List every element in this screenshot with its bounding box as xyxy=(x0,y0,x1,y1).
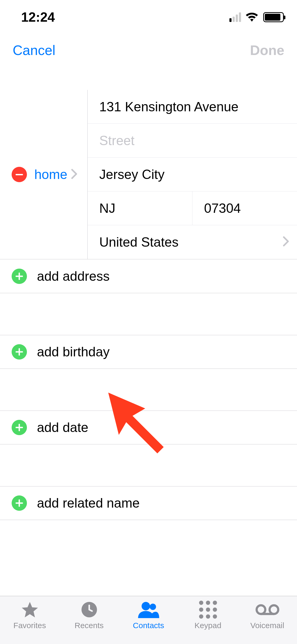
cellular-signal-icon xyxy=(229,12,241,22)
wifi-icon xyxy=(245,10,258,25)
chevron-right-icon xyxy=(71,169,77,180)
plus-icon xyxy=(12,420,27,435)
tab-contacts-label: Contacts xyxy=(133,621,164,630)
add-date-label: add date xyxy=(37,420,88,435)
address-type-selector[interactable]: home xyxy=(0,90,88,259)
chevron-right-icon xyxy=(283,234,289,250)
country-label: United States xyxy=(99,234,178,250)
cancel-button[interactable]: Cancel xyxy=(13,42,55,58)
star-icon xyxy=(21,600,39,619)
status-time: 12:24 xyxy=(21,10,55,25)
tab-voicemail[interactable]: Voicemail xyxy=(238,600,297,630)
plus-icon xyxy=(12,269,27,284)
zip-field[interactable]: 07304 xyxy=(192,191,297,225)
svg-point-4 xyxy=(257,605,265,614)
tab-recents-label: Recents xyxy=(74,621,103,630)
plus-icon xyxy=(12,344,27,360)
address-type-label: home xyxy=(34,167,67,182)
keypad-icon xyxy=(199,600,217,619)
tab-keypad-label: Keypad xyxy=(195,621,221,630)
add-address-row[interactable]: add address xyxy=(0,259,297,293)
add-date-row[interactable]: add date xyxy=(0,411,297,444)
address-entry: home 131 Kensington Avenue Street Jersey… xyxy=(0,90,297,259)
contacts-icon xyxy=(138,600,159,619)
country-selector[interactable]: United States xyxy=(88,225,297,259)
street2-field[interactable]: Street xyxy=(88,124,297,158)
battery-icon xyxy=(263,12,284,22)
street1-field[interactable]: 131 Kensington Avenue xyxy=(88,90,297,124)
tab-keypad[interactable]: Keypad xyxy=(178,600,238,630)
nav-bar: Cancel Done xyxy=(0,34,297,74)
tab-bar: Favorites Recents Contacts Keypad Voicem… xyxy=(0,596,297,644)
tab-recents[interactable]: Recents xyxy=(59,600,119,630)
clock-icon xyxy=(81,600,98,619)
add-related-name-row[interactable]: add related name xyxy=(0,486,297,520)
tab-favorites[interactable]: Favorites xyxy=(0,600,59,630)
tab-voicemail-label: Voicemail xyxy=(250,621,284,630)
add-related-label: add related name xyxy=(37,495,140,511)
remove-address-button[interactable] xyxy=(12,167,27,182)
svg-point-5 xyxy=(270,605,278,614)
tab-favorites-label: Favorites xyxy=(13,621,46,630)
status-indicators xyxy=(229,10,284,25)
city-field[interactable]: Jersey City xyxy=(88,158,297,191)
svg-point-2 xyxy=(142,602,150,610)
status-bar: 12:24 xyxy=(0,0,297,34)
voicemail-icon xyxy=(256,600,279,619)
add-birthday-row[interactable]: add birthday xyxy=(0,335,297,369)
svg-point-3 xyxy=(150,604,156,610)
tab-contacts[interactable]: Contacts xyxy=(119,600,178,630)
plus-icon xyxy=(12,495,27,511)
state-field[interactable]: NJ xyxy=(88,191,192,225)
done-button[interactable]: Done xyxy=(250,42,284,58)
add-birthday-label: add birthday xyxy=(37,344,110,360)
add-address-label: add address xyxy=(37,269,110,284)
